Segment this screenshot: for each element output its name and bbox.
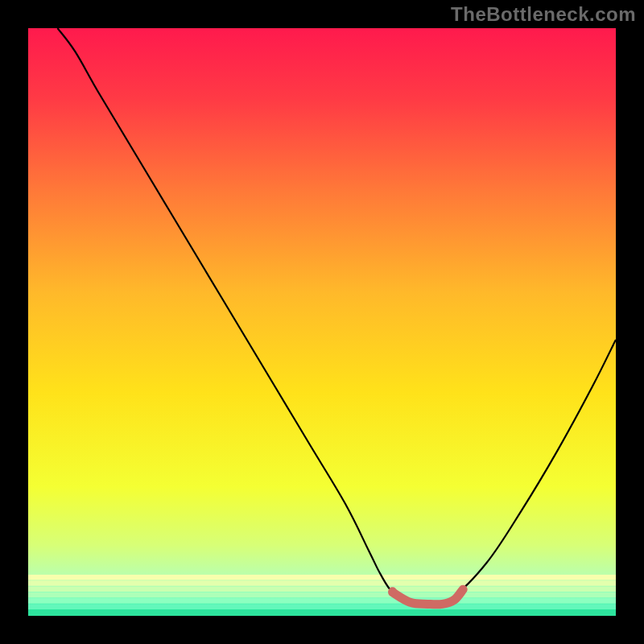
- chart-svg: [28, 28, 616, 616]
- svg-rect-1: [28, 580, 616, 586]
- svg-rect-0: [28, 575, 616, 580]
- watermark-text: TheBottleneck.com: [451, 3, 636, 26]
- svg-rect-4: [28, 598, 616, 604]
- chart-plot-area: [28, 28, 616, 616]
- gradient-background: [28, 28, 616, 616]
- svg-rect-5: [28, 604, 616, 609]
- svg-rect-6: [28, 610, 616, 616]
- svg-rect-2: [28, 587, 616, 592]
- curve-marker-dot: [389, 587, 397, 595]
- svg-rect-3: [28, 592, 616, 598]
